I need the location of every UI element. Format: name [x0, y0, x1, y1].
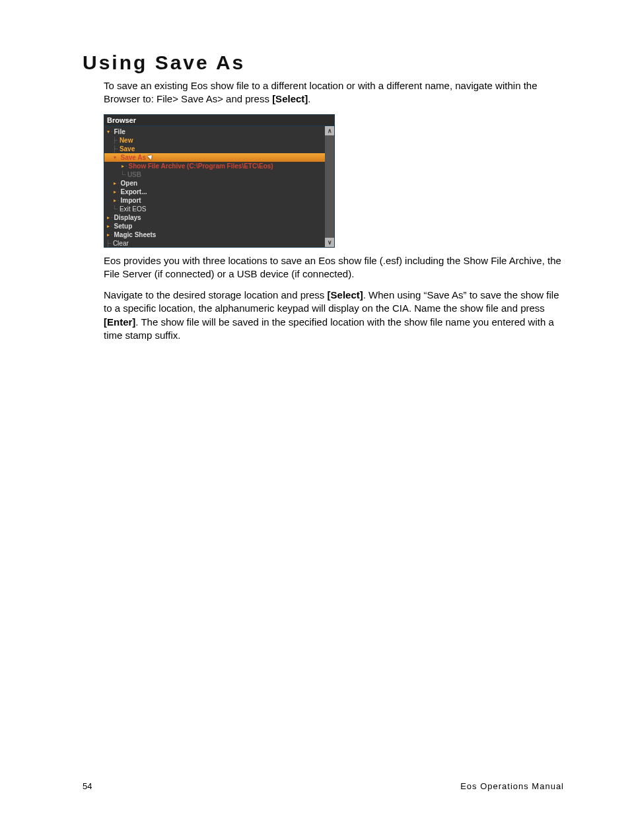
cursor-icon	[149, 154, 155, 160]
tree-item-magic-sheets[interactable]: ▸·Magic Sheets	[104, 230, 325, 239]
tree-item-usb[interactable]: └·USB	[104, 170, 325, 179]
scroll-down-button[interactable]: ∨	[325, 238, 334, 247]
tree-item-displays[interactable]: ▸·Displays	[104, 213, 325, 222]
tree-item-file[interactable]: ▾·File	[104, 127, 325, 136]
section-heading: Using Save As	[83, 52, 564, 74]
browser-tree: ▾·File ├·New ├·Save ▾·Save As ▸·Show Fil…	[104, 126, 325, 247]
tree-item-open[interactable]: ▸·Open	[104, 179, 325, 188]
tree-item-save[interactable]: ├·Save	[104, 145, 325, 153]
locations-paragraph: Eos provides you with three locations to…	[104, 254, 564, 281]
select-key-2: [Select]	[328, 289, 363, 300]
intro-text-c: .	[308, 93, 310, 104]
page-number: 54	[83, 781, 92, 791]
tree-item-export[interactable]: ▸·Export...	[104, 188, 325, 196]
enter-key: [Enter]	[104, 316, 135, 328]
browser-screenshot: Browser ∧ ∨ ▾·File ├·New ├·Save ▾·Save A…	[104, 114, 335, 248]
tree-item-exit-eos[interactable]: └·Exit EOS	[104, 205, 325, 213]
nav-text-a: Navigate to the desired storage location…	[104, 289, 328, 300]
tree-item-import[interactable]: ▸·Import	[104, 196, 325, 205]
scroll-up-button[interactable]: ∧	[325, 126, 334, 135]
tree-item-new[interactable]: ├·New	[104, 136, 325, 145]
select-key-1: [Select]	[272, 93, 308, 104]
intro-text-a: To save an existing Eos show file to a d…	[104, 80, 538, 104]
navigate-paragraph: Navigate to the desired storage location…	[104, 289, 564, 342]
intro-paragraph: To save an existing Eos show file to a d…	[104, 79, 564, 106]
page-footer: 54 Eos Operations Manual	[83, 781, 564, 791]
tree-item-show-archive[interactable]: ▸·Show File Archive (C:\Program Files\ET…	[104, 162, 325, 170]
tree-item-setup[interactable]: ▸·Setup	[104, 222, 325, 230]
tree-item-save-as[interactable]: ▾·Save As	[104, 153, 325, 162]
manual-title: Eos Operations Manual	[460, 781, 564, 791]
scrollbar-track[interactable]	[325, 135, 334, 238]
nav-text-e: . The show file will be saved in the spe…	[104, 316, 554, 341]
tree-item-clear[interactable]: ├·Clear	[104, 239, 325, 247]
browser-title-bar: Browser	[104, 115, 334, 126]
